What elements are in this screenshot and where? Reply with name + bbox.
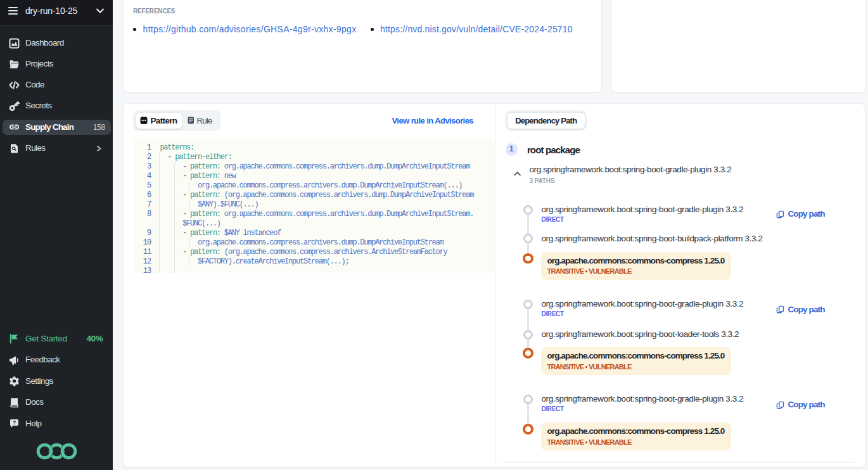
svg-text:?: ? xyxy=(13,419,16,426)
